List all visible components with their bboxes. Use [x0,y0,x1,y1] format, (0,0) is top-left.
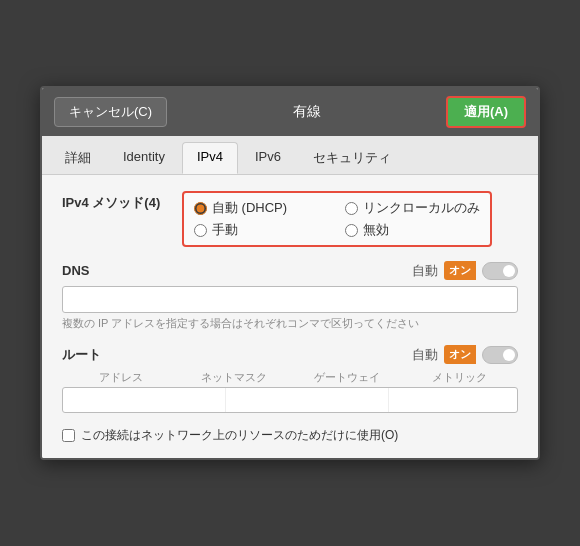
titlebar: キャンセル(C) 有線 適用(A) [42,88,538,136]
route-netmask-input[interactable] [226,388,389,412]
tab-bar: 詳細 Identity IPv4 IPv6 セキュリティ [42,136,538,175]
dns-toggle-switch[interactable] [482,262,518,280]
method-disabled-label: 無効 [363,221,389,239]
route-col-metric: メトリック [403,370,516,385]
method-options: 自動 (DHCP) リンクローカルのみ 手動 無効 [182,191,492,247]
route-auto-toggle: 自動 オン [412,345,518,364]
ipv4-content: IPv4 メソッド(4) 自動 (DHCP) リンクローカルのみ 手動 無効 [42,175,538,458]
method-auto-label: 自動 (DHCP) [212,199,287,217]
dns-toggle-on-label: オン [444,261,476,280]
tab-details[interactable]: 詳細 [50,142,106,174]
tab-ipv4[interactable]: IPv4 [182,142,238,174]
dns-hint: 複数の IP アドレスを指定する場合はそれぞれコンマで区切ってください [62,316,518,331]
method-disabled[interactable]: 無効 [345,221,480,239]
tab-ipv6[interactable]: IPv6 [240,142,296,174]
network-dialog: キャンセル(C) 有線 適用(A) 詳細 Identity IPv4 IPv6 … [40,86,540,460]
route-toggle-on-label: オン [444,345,476,364]
method-manual-label: 手動 [212,221,238,239]
apply-button[interactable]: 適用(A) [446,96,526,128]
dns-input[interactable] [62,286,518,313]
restrict-checkbox-row[interactable]: この接続はネットワーク上のリソースのためだけに使用(O) [62,427,518,444]
route-col-address: アドレス [64,370,177,385]
dns-auto-toggle: 自動 オン [412,261,518,280]
dns-section: DNS 自動 オン 複数の IP アドレスを指定する場合はそれぞれコンマで区切っ… [62,261,518,331]
dns-header: DNS 自動 オン [62,261,518,280]
route-row: ✕ [62,387,518,413]
tab-security[interactable]: セキュリティ [298,142,406,174]
method-auto[interactable]: 自動 (DHCP) [194,199,329,217]
method-label: IPv4 メソッド(4) [62,191,182,212]
route-toggle-switch[interactable] [482,346,518,364]
route-gateway-input[interactable] [389,388,518,412]
route-col-gateway: ゲートウェイ [290,370,403,385]
route-section: ルート 自動 オン アドレス ネットマスク ゲートウェイ メトリック ✕ [62,345,518,413]
route-label: ルート [62,346,101,364]
dialog-title: 有線 [167,103,446,121]
dns-label: DNS [62,263,89,278]
method-linklocal-label: リンクローカルのみ [363,199,480,217]
restrict-label: この接続はネットワーク上のリソースのためだけに使用(O) [81,427,398,444]
restrict-checkbox[interactable] [62,429,75,442]
route-columns: アドレス ネットマスク ゲートウェイ メトリック [62,370,518,387]
method-row: IPv4 メソッド(4) 自動 (DHCP) リンクローカルのみ 手動 無効 [62,191,518,247]
method-manual[interactable]: 手動 [194,221,329,239]
cancel-button[interactable]: キャンセル(C) [54,97,167,127]
method-linklocal[interactable]: リンクローカルのみ [345,199,480,217]
route-address-input[interactable] [63,388,226,412]
route-col-netmask: ネットマスク [177,370,290,385]
dns-auto-text: 自動 [412,262,438,280]
route-header: ルート 自動 オン [62,345,518,364]
tab-identity[interactable]: Identity [108,142,180,174]
route-auto-text: 自動 [412,346,438,364]
